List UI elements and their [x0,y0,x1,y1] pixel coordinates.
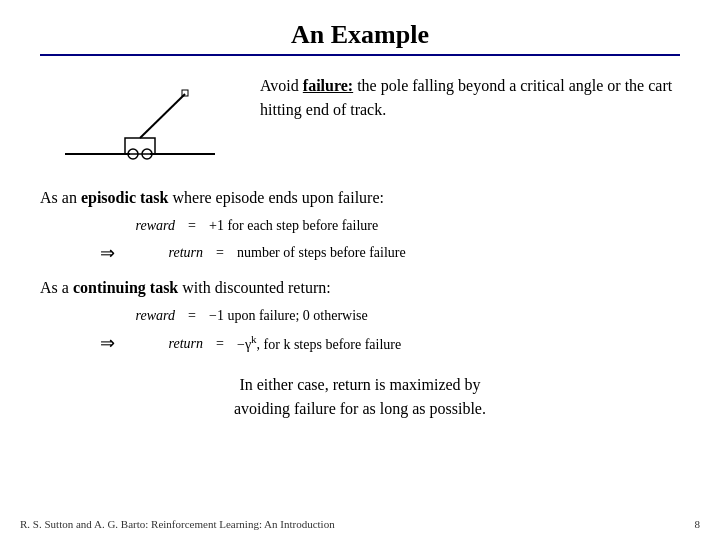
bottom-text: In either case, return is maximized by a… [40,373,680,421]
footer-citation: R. S. Sutton and A. G. Barto: Reinforcem… [20,518,335,530]
eq4-implies: ⇒ [100,328,140,359]
eq4-rest: , for k steps before failure [257,337,402,352]
cartpole-svg [55,76,225,176]
eq1-label: reward [120,214,175,238]
continuing-section: As a continuing task with discounted ret… [40,276,680,358]
continuing-equations: reward = −1 upon failure; 0 otherwise ⇒ … [120,304,680,358]
avoid-text-prefix: Avoid [260,77,303,94]
episodic-equations: reward = +1 for each step before failure… [120,214,680,268]
eq2-label: return [148,241,203,265]
footer-page: 8 [695,518,701,530]
svg-rect-2 [125,138,155,154]
eq1-val: +1 for each step before failure [209,214,378,238]
bottom-line1: In either case, return is maximized by [40,373,680,397]
eq4-sym2: = [211,332,229,356]
continuing-intro: As a [40,279,73,296]
episodic-eq2: ⇒ return = number of steps before failur… [100,238,680,269]
episodic-eq1: reward = +1 for each step before failure [120,214,680,238]
eq2-implies: ⇒ [100,238,140,269]
eq2-sym: = [211,241,229,265]
slide: An Example Avoid failure: the pole f [0,0,720,540]
slide-title: An Example [40,20,680,50]
episodic-section: As an episodic task where episode ends u… [40,186,680,268]
avoid-description: Avoid failure: the pole falling beyond a… [240,66,680,122]
bottom-line2: avoiding failure for as long as possible… [40,397,680,421]
eq2-val: number of steps before failure [237,241,406,265]
svg-line-5 [140,94,185,138]
top-section: Avoid failure: the pole falling beyond a… [40,66,680,176]
avoid-failure-bold: failure: [303,77,353,94]
eq4-label: return [148,332,203,356]
continuing-rest: with discounted return: [178,279,330,296]
eq3-sym: = [183,304,201,328]
episodic-rest: where episode ends upon failure: [168,189,383,206]
title-divider [40,54,680,56]
continuing-eq2: ⇒ return = −γk, for k steps before failu… [100,328,680,359]
eq4-val: −γk, for k steps before failure [237,330,401,356]
continuing-title: As a continuing task with discounted ret… [40,276,680,300]
title-section: An Example [40,20,680,56]
eq3-val: −1 upon failure; 0 otherwise [209,304,368,328]
continuing-bold: continuing task [73,279,178,296]
episodic-bold: episodic task [81,189,169,206]
episodic-title: As an episodic task where episode ends u… [40,186,680,210]
eq1-sym: = [183,214,201,238]
eq3-label: reward [120,304,175,328]
continuing-eq1: reward = −1 upon failure; 0 otherwise [120,304,680,328]
episodic-intro: As an [40,189,81,206]
footer: R. S. Sutton and A. G. Barto: Reinforcem… [20,518,700,530]
cart-diagram [40,66,240,176]
